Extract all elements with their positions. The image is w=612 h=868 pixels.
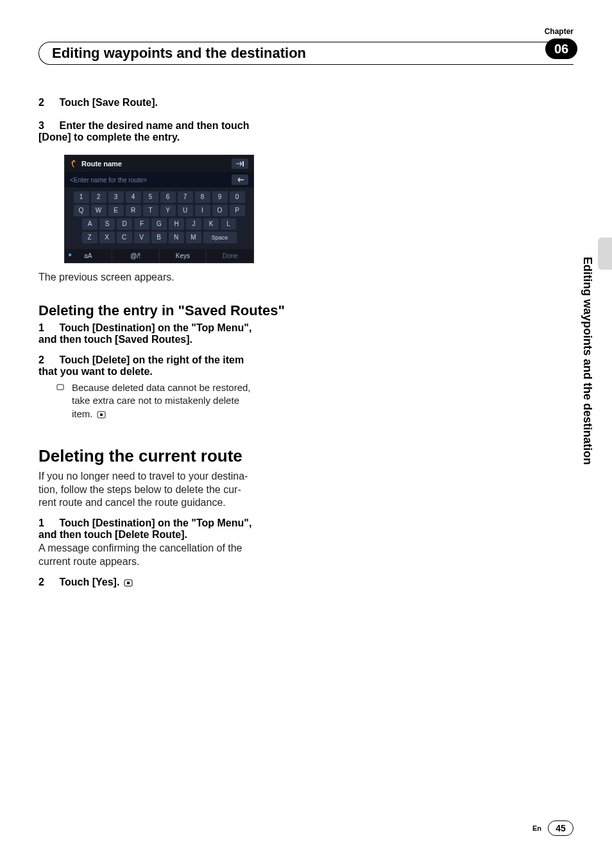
screenshot-key-shift: aA [65,249,112,263]
note-deleted-data: Because deleted data cannot be restored,… [38,381,295,421]
heading-part-a: Deleting the entry in [38,302,178,318]
delete-current-intro: If you no longer need to travel to your … [38,470,295,510]
screenshot-key: R [126,205,141,216]
screenshot-key: 5 [143,191,158,203]
delete-current-step-1-after: A message confirming the cancellation of… [38,542,295,569]
content-column: 2 Touch [Save Route]. 3 Enter the desire… [38,97,295,588]
step-number: 3 [38,120,56,132]
screenshot-input-row: <Enter name for the route> [65,172,253,187]
note-icon [56,381,65,421]
screenshot-key: S [99,218,115,230]
step-text: Touch [Yes]. [59,577,119,587]
title-bar: Editing waypoints and the destination [38,42,574,65]
step-number: 2 [38,577,56,588]
heading-deleting-current-route: Deleting the current route [38,446,295,466]
svg-rect-5 [127,582,130,584]
page-footer: En 45 [532,820,574,836]
svg-rect-1 [57,385,64,390]
screenshot-key: N [169,232,184,243]
screenshot-key-done: Done [207,249,253,263]
screenshot-key: G [151,218,167,230]
screenshot-key: T [143,205,158,216]
step-text-line2: and then touch [Saved Routes]. [38,334,192,345]
screenshot-key: X [99,232,115,243]
screenshot-key: 8 [195,191,210,203]
screenshot-key: W [91,205,106,216]
step-3-enter-name: 3 Enter the desired name and then touch … [38,120,295,143]
backspace-icon [232,175,248,185]
screenshot-key: H [169,218,184,230]
side-thumb-tab [598,238,612,270]
screenshot-key-symbols: @/! [112,249,160,263]
screenshot-key: 1 [74,191,89,203]
screenshot-key-space: Space [203,232,237,243]
step-text-line2: that you want to delete. [38,366,153,377]
screenshot-key: 4 [126,191,141,203]
step-number: 2 [38,354,56,366]
back-icon [70,160,78,168]
screenshot-key-keys: Keys [160,249,207,263]
screenshot-key: U [178,205,193,216]
svg-rect-3 [100,413,103,416]
screenshot-key: 6 [160,191,176,203]
screenshot-title-bar: Route name [65,155,253,172]
delete-current-step-1: 1 Touch [Destination] on the "Top Menu",… [38,517,295,541]
screenshot-key: P [230,205,245,216]
step-text-line1: Touch [Delete] on the right of the item [59,354,244,365]
section-end-icon [123,577,133,587]
footer-page-number: 45 [548,820,574,836]
screenshot-key: 2 [91,191,106,203]
screenshot-key: I [195,205,210,216]
step-text-line1: Touch [Destination] on the "Top Menu", [59,322,251,333]
screenshot-key: V [134,232,149,243]
screenshot-key: L [221,218,236,230]
section-end-icon [96,408,106,419]
chapter-label: Chapter [545,27,574,36]
screenshot-key: E [108,205,124,216]
screenshot-key: J [186,218,201,230]
screenshot-placeholder: <Enter name for the route> [70,177,147,184]
screenshot-key: F [134,218,149,230]
screenshot-key: Y [160,205,176,216]
screenshot-key: 7 [178,191,193,203]
delete-saved-step-1: 1 Touch [Destination] on the "Top Menu",… [38,322,295,345]
screenshot-key: O [212,205,228,216]
screenshot-title: Route name [81,160,122,168]
step-number: 2 [38,97,56,108]
side-section-label: Editing waypoints and the destination [581,257,594,465]
screenshot-key: 0 [230,191,245,203]
delete-current-step-2: 2 Touch [Yes]. [38,577,295,588]
screenshot-key: 9 [212,191,228,203]
screenshot-route-name-keyboard: Route name <Enter name for the route> 12… [64,155,254,263]
heading-part-b: "Saved Routes" [178,302,285,318]
footer-language: En [532,824,541,832]
previous-screen-text: The previous screen appears. [38,271,295,284]
chapter-number-badge: 06 [545,39,577,59]
step-text-line1: Touch [Destination] on the "Top Menu", [59,517,251,528]
screenshot-bottom-row: aA @/! Keys Done [65,249,253,263]
screenshot-key: A [82,218,98,230]
page-title: Editing waypoints and the destination [38,42,558,65]
heading-deleting-saved-routes: Deleting the entry in "Saved Routes" [38,302,295,318]
screenshot-key: D [117,218,132,230]
screenshot-key: 3 [108,191,124,203]
screenshot-key: M [186,232,201,243]
menu-icon [232,159,248,169]
step-number: 1 [38,322,56,334]
note-text: Because deleted data cannot be restored,… [72,381,251,421]
delete-saved-step-2: 2 Touch [Delete] on the right of the ite… [38,354,295,378]
step-number: 1 [38,517,56,529]
step-text-line2: [Done] to complete the entry. [38,132,180,143]
step-text: Touch [Save Route]. [59,97,158,108]
screenshot-key: Z [82,232,98,243]
step-text-line2: and then touch [Delete Route]. [38,529,187,540]
step-2-save-route: 2 Touch [Save Route]. [38,97,295,108]
step-text-line1: Enter the desired name and then touch [59,120,249,131]
screenshot-key: Q [74,205,89,216]
screenshot-key-rows: 1234567890 QWERTYUIOP ASDFGHJKL ZXCVBNMS… [65,187,253,249]
screenshot-key: C [117,232,132,243]
screenshot-key: K [203,218,219,230]
svg-rect-0 [242,161,244,166]
screenshot-key: B [151,232,167,243]
